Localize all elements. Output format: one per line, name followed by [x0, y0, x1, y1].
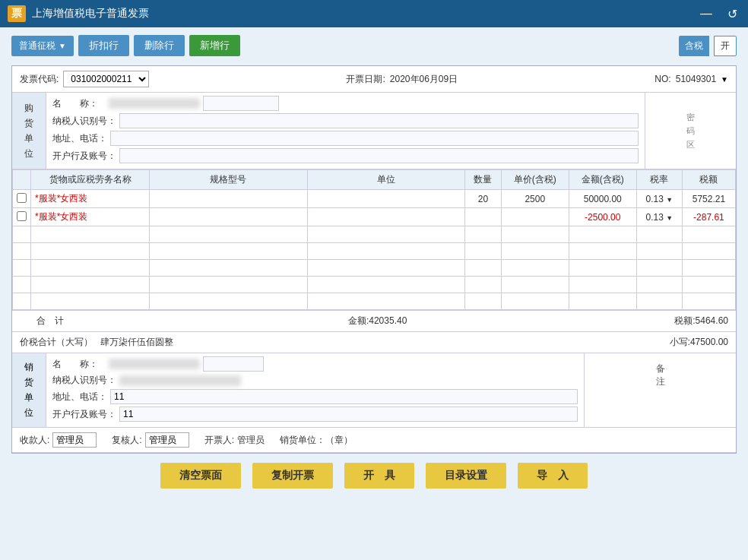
no-label: NO: — [654, 74, 670, 84]
title-text: 上海增值税电子普通发票 — [32, 7, 149, 21]
row1-unit-price[interactable]: 2500 — [501, 190, 569, 208]
col-unit: 单位 — [307, 170, 465, 190]
total-row: 价税合计（大写） 肆万柒仟伍佰圆整 小写:47500.00 — [12, 332, 736, 353]
seller-fields: 名 称： 纳税人识别号： 地址、电话： 开户行及账号： — [46, 353, 584, 427]
buyer-taxid-input[interactable] — [119, 113, 639, 128]
col-check — [13, 170, 31, 190]
buyer-bank-input[interactable] — [119, 148, 639, 163]
import-button[interactable]: 导 入 — [518, 463, 588, 489]
summary-label: 合 计 — [20, 315, 81, 327]
row2-qty[interactable] — [465, 208, 502, 226]
payee-select[interactable]: 管理员 — [52, 432, 97, 448]
date-label: 开票日期: — [346, 73, 385, 86]
discount-row-button[interactable]: 折扣行 — [78, 35, 129, 56]
copy-button[interactable]: 复制开票 — [252, 463, 333, 489]
invoice-form: 发票代码: 031002000211 开票日期: 2020年06月09日 NO:… — [11, 65, 737, 454]
seller-section: 销 货 单 位 名 称： 纳税人识别号： 地址、电话： — [12, 353, 736, 428]
title-bar: 票 上海增值税电子普通发票 — ↺ — [0, 0, 748, 27]
table-row — [13, 293, 736, 310]
row1-spec[interactable] — [150, 190, 308, 208]
action-buttons: 清空票面 复制开票 开 具 目录设置 导 入 — [11, 454, 737, 493]
payee-field: 收款人: 管理员 — [20, 432, 97, 448]
seller-name-input[interactable] — [203, 356, 264, 372]
col-amount: 金额(含税) — [569, 170, 636, 190]
row1-name[interactable]: *服装*女西装 — [31, 190, 150, 208]
seller-address-label: 地址、电话： — [52, 391, 107, 403]
bottom-fields: 收款人: 管理员 复核人: 管理员 开票人: 管理员 销货单位：（章） — [12, 428, 736, 453]
row1-amount[interactable]: 50000.00 — [569, 190, 636, 208]
reviewer-select[interactable]: 管理员 — [145, 432, 189, 448]
buyer-side-label: 购 货 单 位 — [12, 93, 46, 169]
items-table: 货物或应税劳务名称 规格型号 单位 数量 单价(含税) 金额(含税) 税率 税额… — [12, 169, 736, 310]
col-tax-rate: 税率 — [636, 170, 682, 190]
unit-seal-field: 销货单位：（章） — [280, 434, 353, 447]
row2-unit-price[interactable] — [501, 208, 569, 226]
reviewer-label: 复核人: — [112, 434, 141, 447]
unit-seal-label: 销货单位：（章） — [280, 434, 353, 447]
seller-name-label: 名 称： — [52, 358, 106, 371]
buyer-name-value[interactable] — [109, 98, 200, 109]
tax-value[interactable]: 开 — [714, 36, 737, 56]
seller-bank-label: 开户行及账号： — [52, 408, 116, 421]
row2-name[interactable]: *服装*女西装 — [31, 208, 150, 226]
code-label: 发票代码: — [20, 73, 59, 86]
row2-spec[interactable] — [150, 208, 308, 226]
seller-bank-input[interactable] — [119, 407, 578, 422]
row1-qty[interactable]: 20 — [465, 190, 502, 208]
col-name: 货物或应税劳务名称 — [31, 170, 150, 190]
buyer-bank-label: 开户行及账号： — [52, 150, 116, 163]
issue-button[interactable]: 开 具 — [344, 463, 414, 489]
buyer-address-input[interactable] — [110, 131, 639, 146]
col-qty: 数量 — [465, 170, 502, 190]
table-row: *服装*女西装 -2500.00 0.13 ▼ -287.61 — [13, 208, 736, 226]
row2-amount[interactable]: -2500.00 — [569, 208, 636, 226]
total-chinese: 肆万柒仟伍佰圆整 — [100, 336, 662, 349]
secret-area: 密 码 区 — [645, 93, 736, 169]
no-dropdown-icon[interactable]: ▼ — [721, 75, 728, 84]
buyer-fields: 名 称： 纳税人识别号： 地址、电话： 开户行及账号： — [46, 93, 645, 169]
seller-name-value — [109, 359, 200, 369]
total-label: 价税合计（大写） — [20, 336, 93, 349]
table-row — [13, 243, 736, 260]
minimize-button[interactable]: — — [697, 7, 715, 21]
date-value: 2020年06月09日 — [390, 73, 458, 86]
buyer-name-input[interactable] — [203, 96, 279, 111]
row1-checkbox[interactable] — [17, 193, 27, 203]
title-icon: 票 — [8, 5, 26, 22]
summary-row: 合 计 金额:42035.40 税额:5464.60 — [12, 311, 736, 332]
new-row-button[interactable]: 新增行 — [189, 35, 240, 56]
clear-button[interactable]: 清空票面 — [160, 463, 241, 489]
seller-taxid-value — [119, 375, 241, 386]
summary-tax: 税额:5464.60 — [674, 315, 728, 327]
row2-tax-rate[interactable]: 0.13 ▼ — [636, 208, 682, 226]
buyer-section: 购 货 单 位 名 称： 纳税人识别号： 地址、电话： — [12, 93, 736, 169]
invoice-header: 发票代码: 031002000211 开票日期: 2020年06月09日 NO:… — [12, 66, 736, 93]
table-row — [13, 277, 736, 293]
seller-side-label: 销 货 单 位 — [12, 353, 46, 427]
row2-unit[interactable] — [307, 208, 465, 226]
row2-tax-amount[interactable]: -287.61 — [682, 208, 735, 226]
issuer-field: 开票人: 管理员 — [204, 434, 265, 447]
catalog-button[interactable]: 目录设置 — [426, 463, 506, 489]
row1-unit[interactable] — [307, 190, 465, 208]
row1-tax-amount[interactable]: 5752.21 — [682, 190, 735, 208]
table-row: *服装*女西装 20 2500 50000.00 0.13 ▼ 5752.21 — [13, 190, 736, 208]
table-row — [13, 226, 736, 243]
col-unit-price: 单价(含税) — [501, 170, 569, 190]
no-value: 51049301 — [676, 74, 716, 84]
type-select-button[interactable]: 普通征税 ▼ — [11, 36, 74, 56]
seller-address-input[interactable] — [110, 389, 578, 404]
code-select[interactable]: 031002000211 — [63, 71, 149, 87]
close-button[interactable]: ↺ — [724, 7, 740, 21]
col-tax-amount: 税额 — [682, 170, 735, 190]
buyer-name-label: 名 称： — [52, 97, 106, 110]
issuer-value: 管理员 — [237, 434, 265, 447]
row1-tax-rate[interactable]: 0.13 ▼ — [636, 190, 682, 208]
issuer-label: 开票人: — [204, 434, 234, 447]
row2-checkbox[interactable] — [17, 211, 27, 221]
delete-row-button[interactable]: 删除行 — [134, 35, 185, 56]
table-row — [13, 260, 736, 277]
reviewer-field: 复核人: 管理员 — [112, 432, 189, 448]
note-area: 备 注 — [584, 353, 736, 427]
table-section: 货物或应税劳务名称 规格型号 单位 数量 单价(含税) 金额(含税) 税率 税额… — [12, 169, 736, 311]
